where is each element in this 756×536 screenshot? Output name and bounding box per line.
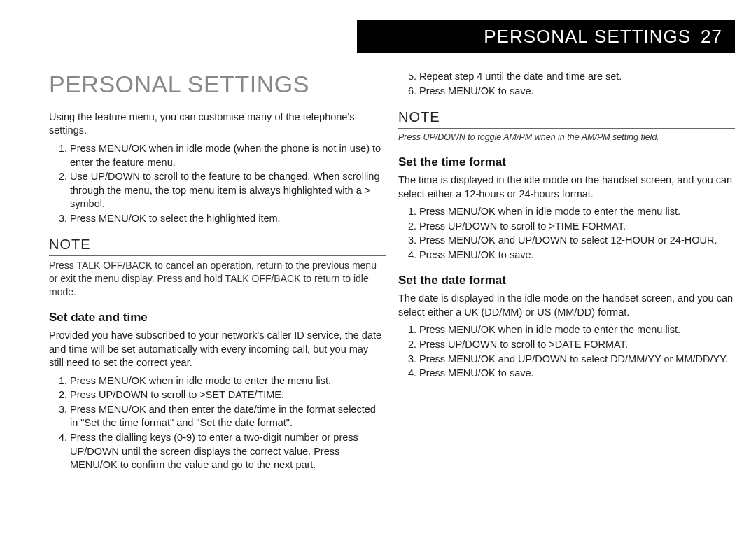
intro-steps: Press MENU/OK when in idle mode (when th… [49, 142, 386, 225]
list-item: Press MENU/OK to save. [419, 248, 735, 262]
list-item: Press MENU/OK and UP/DOWN to select DD/M… [419, 353, 735, 367]
list-item: Press MENU/OK and then enter the date/ti… [70, 403, 386, 430]
header-title-light: PERSONAL [484, 26, 589, 48]
list-item: Press MENU/OK when in idle mode to enter… [419, 323, 735, 337]
note-body: Press TALK OFF/BACK to cancel an operati… [49, 259, 386, 299]
intro-paragraph: Using the feature menu, you can customis… [49, 111, 386, 138]
note-body: Press UP/DOWN to toggle AM/PM when in th… [398, 132, 735, 143]
set-time-format-paragraph: The time is displayed in the idle mode o… [398, 174, 735, 201]
list-item: Press UP/DOWN to scroll to >DATE FORMAT. [419, 338, 735, 352]
set-date-time-paragraph: Provided you have subscribed to your net… [49, 329, 386, 370]
right-column: Repeat step 4 until the date and time ar… [398, 69, 735, 522]
list-item: Press MENU/OK to select the highlighted … [70, 212, 386, 226]
list-item: Press MENU/OK when in idle mode to enter… [419, 205, 735, 219]
set-date-time-steps: Press MENU/OK when in idle mode to enter… [49, 374, 386, 472]
section-title: PERSONAL SETTINGS [49, 69, 386, 101]
list-item: Press MENU/OK when in idle mode to enter… [70, 374, 386, 388]
set-date-time-steps-cont: Repeat step 4 until the date and time ar… [398, 70, 735, 98]
note-heading: NOTE [49, 235, 386, 256]
header-page-number: 27 [701, 26, 722, 48]
note-heading: NOTE [398, 108, 735, 129]
header-spacer [589, 26, 594, 48]
set-date-format-steps: Press MENU/OK when in idle mode to enter… [398, 323, 735, 380]
set-date-time-heading: Set date and time [49, 310, 386, 326]
list-item: Press MENU/OK to save. [419, 367, 735, 381]
left-column: PERSONAL SETTINGS Using the feature menu… [49, 69, 386, 522]
set-time-format-heading: Set the time format [398, 155, 735, 171]
list-item: Repeat step 4 until the date and time ar… [419, 70, 735, 84]
page-header: PERSONAL SETTINGS 27 [357, 20, 735, 53]
list-item: Press MENU/OK and UP/DOWN to select 12-H… [419, 234, 735, 248]
list-item: Press UP/DOWN to scroll to >SET DATE/TIM… [70, 388, 386, 402]
set-time-format-steps: Press MENU/OK when in idle mode to enter… [398, 205, 735, 262]
list-item: Press MENU/OK when in idle mode (when th… [70, 142, 386, 169]
list-item: Press the dialling keys (0-9) to enter a… [70, 431, 386, 472]
set-date-format-heading: Set the date format [398, 273, 735, 289]
set-date-format-paragraph: The date is displayed in the idle mode o… [398, 292, 735, 319]
page-body: PERSONAL SETTINGS Using the feature menu… [49, 69, 735, 522]
list-item: Use UP/DOWN to scroll to the feature to … [70, 170, 386, 211]
list-item: Press MENU/OK to save. [419, 85, 735, 99]
header-title-bold: SETTINGS [594, 26, 691, 48]
list-item: Press UP/DOWN to scroll to >TIME FORMAT. [419, 220, 735, 234]
